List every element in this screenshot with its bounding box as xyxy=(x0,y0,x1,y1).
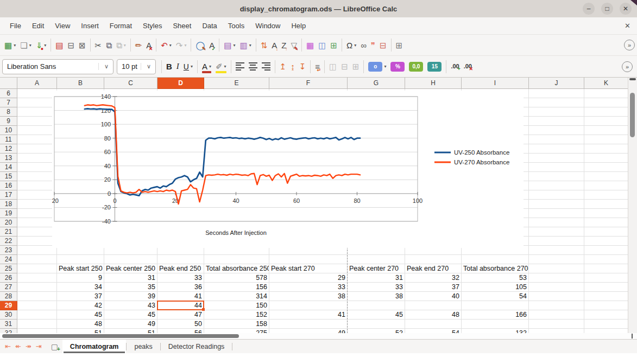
menu-edit[interactable]: Edit xyxy=(27,20,49,32)
cell-A30[interactable] xyxy=(17,310,57,320)
cell-B29[interactable]: 42 xyxy=(57,301,104,310)
row-header-25[interactable]: 25 xyxy=(0,264,17,273)
menu-view[interactable]: View xyxy=(49,20,75,32)
cell-K17[interactable] xyxy=(584,190,628,200)
cell-A8[interactable] xyxy=(17,107,57,117)
cell-J9[interactable] xyxy=(529,117,584,126)
cell-E31[interactable]: 158 xyxy=(204,320,269,329)
underline-icon[interactable]: U▾ xyxy=(182,60,194,74)
cell-I25[interactable]: Total absorbance 270 xyxy=(462,264,529,273)
last-sheet-icon[interactable]: ⇥ xyxy=(34,342,43,350)
fill-handle[interactable] xyxy=(202,308,205,311)
menu-format[interactable]: Format xyxy=(104,20,137,32)
cell-K20[interactable] xyxy=(584,218,628,227)
export-pdf-icon[interactable]: ▤ xyxy=(54,38,65,52)
cell-J30[interactable] xyxy=(529,310,584,320)
row-header-16[interactable]: 16 xyxy=(0,181,17,190)
row-header-24[interactable]: 24 xyxy=(0,255,17,264)
chevron-down-icon[interactable]: ∨ xyxy=(141,63,151,70)
column-header-E[interactable]: E xyxy=(204,78,269,89)
cell-I27[interactable]: 105 xyxy=(462,283,529,292)
horizontal-split-handle[interactable] xyxy=(632,334,633,339)
cell-E26[interactable]: 578 xyxy=(204,273,269,283)
cell-H26[interactable]: 32 xyxy=(405,273,462,283)
pivot-table-icon[interactable]: ⊞ xyxy=(329,38,339,52)
menu-sheet[interactable]: Sheet xyxy=(167,20,197,32)
cell-G30[interactable]: 45 xyxy=(348,310,405,320)
cell-K12[interactable] xyxy=(584,144,628,154)
cell-A26[interactable] xyxy=(17,273,57,283)
cell-J6[interactable] xyxy=(529,89,584,98)
cell-K16[interactable] xyxy=(584,181,628,190)
cell-C26[interactable]: 31 xyxy=(104,273,157,283)
cell-J31[interactable] xyxy=(529,320,584,329)
cell-F30[interactable]: 41 xyxy=(269,310,348,320)
cell-A20[interactable] xyxy=(17,218,57,227)
column-header-A[interactable]: A xyxy=(17,78,57,89)
cell-J19[interactable] xyxy=(529,209,584,218)
cell-F26[interactable]: 29 xyxy=(269,273,348,283)
cell-A14[interactable] xyxy=(17,163,57,172)
cell-B26[interactable]: 9 xyxy=(57,273,104,283)
format-as-currency-icon[interactable]: o▾ xyxy=(367,60,388,74)
cell-A28[interactable] xyxy=(17,292,57,301)
cell-A23[interactable] xyxy=(17,246,57,255)
find-replace-icon[interactable]: ◯✎ xyxy=(194,38,206,52)
cell-I32[interactable]: 132 xyxy=(462,329,529,333)
column-header-D[interactable]: D xyxy=(157,78,204,89)
cell-K27[interactable] xyxy=(584,283,628,292)
toolbar-overflow-icon[interactable]: » xyxy=(624,40,635,50)
menu-window[interactable]: Window xyxy=(250,20,286,32)
cell-J7[interactable] xyxy=(529,98,584,107)
column-header-J[interactable]: J xyxy=(529,78,584,89)
align-top-icon[interactable]: ↥ xyxy=(278,60,288,74)
cell-J29[interactable] xyxy=(529,301,584,310)
cell-K22[interactable] xyxy=(584,237,628,246)
cell-F24[interactable] xyxy=(269,255,348,264)
cell-A19[interactable] xyxy=(17,209,57,218)
format-as-date-icon[interactable]: 15 xyxy=(426,60,443,74)
cell-D31[interactable]: 50 xyxy=(157,320,204,329)
italic-icon[interactable]: I xyxy=(175,60,181,74)
cell-D27[interactable]: 36 xyxy=(157,283,204,292)
cell-K15[interactable] xyxy=(584,172,628,181)
sheet-tab-chromatogram[interactable]: Chromatogram xyxy=(62,340,127,353)
cell-E32[interactable]: 275 xyxy=(204,329,269,333)
sort-ascending-icon[interactable]: A↓ xyxy=(270,38,279,52)
cell-C28[interactable]: 39 xyxy=(104,292,157,301)
cell-B32[interactable]: 51 xyxy=(57,329,104,333)
row-header-29[interactable]: 29 xyxy=(0,301,17,310)
insert-chart-icon[interactable]: ◫ xyxy=(317,38,327,52)
cell-B28[interactable]: 37 xyxy=(57,292,104,301)
save-icon[interactable]: ⇓●▾ xyxy=(34,38,48,52)
cell-K10[interactable] xyxy=(584,126,628,135)
cell-A9[interactable] xyxy=(17,117,57,126)
cell-K11[interactable] xyxy=(584,135,628,144)
cell-B27[interactable]: 34 xyxy=(57,283,104,292)
row-header-22[interactable]: 22 xyxy=(0,237,17,246)
cell-K9[interactable] xyxy=(584,117,628,126)
cell-K13[interactable] xyxy=(584,154,628,163)
row-header-19[interactable]: 19 xyxy=(0,209,17,218)
cell-J11[interactable] xyxy=(529,135,584,144)
cell-J8[interactable] xyxy=(529,107,584,117)
cell-K28[interactable] xyxy=(584,292,628,301)
cell-J25[interactable] xyxy=(529,264,584,273)
cell-I24[interactable] xyxy=(462,255,529,264)
open-icon[interactable]: ❏▾ xyxy=(18,38,33,52)
cell-J20[interactable] xyxy=(529,218,584,227)
cell-E24[interactable] xyxy=(204,255,269,264)
cell-A21[interactable] xyxy=(17,227,57,237)
column-header-G[interactable]: G xyxy=(348,78,405,89)
cell-H31[interactable] xyxy=(405,320,462,329)
cell-A16[interactable] xyxy=(17,181,57,190)
cell-C29[interactable]: 43 xyxy=(104,301,157,310)
cell-K7[interactable] xyxy=(584,98,628,107)
row-header-20[interactable]: 20 xyxy=(0,218,17,227)
horizontal-scrollbar[interactable] xyxy=(0,333,637,339)
hyperlink-icon[interactable]: ∞ xyxy=(359,38,368,52)
cell-J14[interactable] xyxy=(529,163,584,172)
font-color-icon[interactable]: A▾ xyxy=(200,60,213,74)
cell-G26[interactable]: 31 xyxy=(348,273,405,283)
cell-K32[interactable] xyxy=(584,329,628,333)
